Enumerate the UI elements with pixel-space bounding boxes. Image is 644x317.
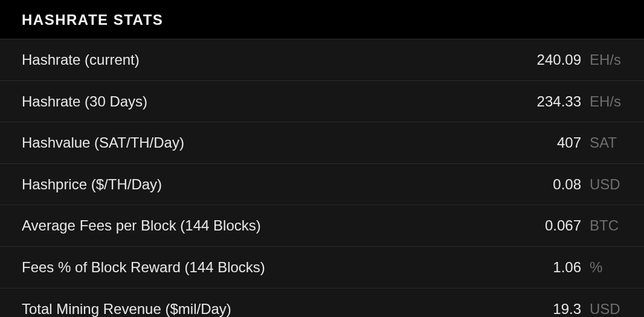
stat-row-mining-revenue: Total Mining Revenue ($mil/Day) 19.3 USD — [0, 289, 644, 317]
stat-row-hashprice: Hashprice ($/TH/Day) 0.08 USD — [0, 164, 644, 206]
stat-unit: EH/s — [590, 91, 622, 112]
stat-label: Total Mining Revenue ($mil/Day) — [22, 299, 231, 317]
stat-unit: USD — [590, 174, 622, 195]
stat-right: 19.3 USD — [553, 299, 622, 317]
stat-value: 19.3 — [553, 299, 581, 317]
stat-right: 234.33 EH/s — [537, 91, 622, 112]
stat-unit: % — [590, 257, 622, 278]
stat-label: Hashvalue (SAT/TH/Day) — [22, 132, 184, 153]
stat-unit: EH/s — [590, 50, 622, 70]
stat-right: 407 SAT — [557, 132, 622, 153]
stat-unit: USD — [590, 299, 622, 317]
stat-row-avg-fees: Average Fees per Block (144 Blocks) 0.06… — [0, 205, 644, 247]
stat-value: 240.09 — [537, 50, 581, 70]
stat-value: 407 — [557, 132, 581, 153]
stat-row-hashrate-current: Hashrate (current) 240.09 EH/s — [0, 39, 644, 81]
panel-title: HASHRATE STATS — [0, 0, 644, 39]
stat-unit: BTC — [590, 215, 622, 236]
stat-value: 0.08 — [553, 174, 581, 195]
stat-right: 0.067 BTC — [545, 215, 622, 236]
stat-right: 240.09 EH/s — [537, 50, 622, 70]
stat-label: Hashrate (30 Days) — [22, 91, 147, 112]
stat-unit: SAT — [590, 132, 622, 153]
stat-label: Fees % of Block Reward (144 Blocks) — [22, 257, 265, 278]
stat-right: 1.06 % — [553, 257, 622, 278]
stat-right: 0.08 USD — [553, 174, 622, 195]
stat-value: 0.067 — [545, 215, 581, 236]
hashrate-stats-panel: HASHRATE STATS Hashrate (current) 240.09… — [0, 0, 644, 317]
stat-label: Hashrate (current) — [22, 50, 140, 70]
stat-value: 234.33 — [537, 91, 581, 112]
stat-row-hashvalue: Hashvalue (SAT/TH/Day) 407 SAT — [0, 122, 644, 164]
stat-label: Hashprice ($/TH/Day) — [22, 174, 162, 195]
stats-list: Hashrate (current) 240.09 EH/s Hashrate … — [0, 39, 644, 317]
stat-label: Average Fees per Block (144 Blocks) — [22, 215, 261, 236]
stat-row-fees-pct: Fees % of Block Reward (144 Blocks) 1.06… — [0, 247, 644, 289]
stat-value: 1.06 — [553, 257, 581, 278]
stat-row-hashrate-30d: Hashrate (30 Days) 234.33 EH/s — [0, 81, 644, 123]
